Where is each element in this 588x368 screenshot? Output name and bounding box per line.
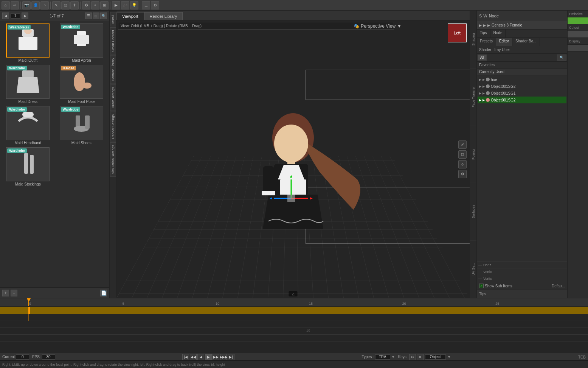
tab-viewport[interactable]: Viewport: [116, 12, 144, 20]
filter-search[interactable]: 🔍: [557, 55, 566, 61]
timeline-tracks[interactable]: 10: [0, 314, 588, 353]
content-library-tab[interactable]: Content Library: [110, 55, 116, 84]
shaping-label[interactable]: Shaping: [470, 11, 476, 68]
tab-node[interactable]: Node: [490, 30, 506, 37]
orbit-info: △: [289, 291, 298, 296]
uv-label[interactable]: UV Se...: [470, 240, 476, 298]
surfaces-label[interactable]: Surfaces: [470, 183, 476, 240]
search-button[interactable]: 🔍: [100, 12, 107, 19]
timeline-highlight-track[interactable]: [0, 307, 588, 314]
list-item[interactable]: Wardrobe Maid Stockings: [2, 147, 54, 186]
simulation-settings-tab[interactable]: Simulation Settings: [110, 142, 116, 177]
list-item[interactable]: Wearable(s) Maid lOutfit: [2, 23, 54, 62]
keys-label: Keys:: [398, 355, 408, 359]
tab-shader-ba[interactable]: Shader Ba...: [512, 38, 540, 46]
item-thumbnail[interactable]: Wardrobe: [6, 147, 50, 181]
tab-presets[interactable]: Presets: [477, 38, 496, 46]
navigate-button[interactable]: ⊹: [458, 160, 467, 168]
filter-all[interactable]: All: [478, 55, 487, 61]
item-thumbnail[interactable]: H.Pose: [60, 65, 103, 99]
render-settings-tab[interactable]: Render Settings: [110, 112, 116, 142]
jump-start-button[interactable]: |◀: [182, 354, 189, 360]
export-button[interactable]: 📄: [100, 290, 107, 296]
types-dropdown[interactable]: ▼: [391, 355, 395, 359]
keys-dropdown[interactable]: ▼: [447, 355, 451, 359]
shader-item-obj1sg1[interactable]: ▶ ▶ Object001SG1: [478, 90, 566, 97]
list-view-button[interactable]: ☰: [85, 12, 92, 19]
toolbar-icon-move[interactable]: ✛: [70, 1, 79, 9]
current-frame-input[interactable]: [16, 354, 29, 360]
face-transfer-label[interactable]: Face Transfer: [470, 68, 476, 126]
prev-frame-button[interactable]: ◀◀: [190, 354, 197, 360]
toolbar-icon-undo[interactable]: ↩: [11, 1, 19, 9]
keys-button1[interactable]: ⊘: [409, 354, 416, 360]
emissive-color-swatch[interactable]: [568, 17, 588, 24]
next-frame-button[interactable]: ▶▶▶: [220, 354, 227, 360]
fps-input[interactable]: [42, 354, 55, 360]
currently-used-label[interactable]: Currently Used: [477, 69, 567, 75]
toolbar-icon-cursor[interactable]: ↖: [52, 1, 61, 9]
grid-view-button[interactable]: ⊞: [93, 12, 99, 19]
toolbar-icon-light[interactable]: 💡: [130, 1, 138, 9]
jump-end-button[interactable]: ▶|: [228, 354, 234, 360]
show-sub-items-checkbox[interactable]: ✓ Show Sub Items: [479, 284, 512, 288]
list-item[interactable]: Wardrobe Maid Shoes: [56, 106, 107, 145]
viewport-canvas[interactable]: View: Orbit (LMB + Drag) | Rotate (RMB +…: [116, 20, 470, 298]
item-thumbnail[interactable]: Wardrobe: [6, 106, 50, 140]
toolbar-icon-settings2[interactable]: ⚙: [151, 1, 159, 9]
shader-item-hue[interactable]: ▶ ▶ hue: [478, 76, 566, 83]
list-item[interactable]: Wardrobe Maid Dress: [2, 65, 54, 104]
keys-object-input[interactable]: [425, 354, 446, 360]
add-item-button[interactable]: +: [2, 290, 9, 296]
item-thumbnail[interactable]: Wardrobe: [60, 23, 103, 58]
list-item[interactable]: Wardrobe Maid Headband: [2, 106, 54, 145]
toolbar-icon-wand[interactable]: ⌖: [91, 1, 99, 9]
settings-button[interactable]: ⚙: [458, 170, 467, 178]
tips-button-bottom[interactable]: Tips: [477, 290, 567, 298]
item-thumbnail[interactable]: Wearable(s): [6, 23, 50, 58]
view-cube[interactable]: Left: [448, 23, 467, 42]
tab-tips[interactable]: Tips: [477, 30, 490, 37]
list-item[interactable]: H.Pose Maid Foot Pose: [56, 65, 107, 104]
page-number-input[interactable]: [11, 13, 20, 19]
smart-content-tab[interactable]: Smart Content: [110, 27, 116, 55]
genesis-node-label[interactable]: Genesis 8 Female: [492, 23, 522, 27]
timeline-cursor[interactable]: [28, 298, 29, 306]
play-button[interactable]: ▶: [205, 354, 212, 360]
prev-page-button[interactable]: ◀: [2, 12, 9, 19]
item-thumbnail[interactable]: Wardrobe: [60, 106, 103, 140]
list-item[interactable]: Wardrobe Maid Apron: [56, 23, 107, 62]
draw-settings-tab[interactable]: Draw Settings: [110, 84, 116, 111]
tab-render-library[interactable]: Render Library: [144, 12, 183, 20]
zoom-fit-button[interactable]: ⤢: [458, 140, 467, 149]
shader-item-obj1sg2-selected[interactable]: ▶ ▶ Object001SG2: [478, 97, 566, 103]
step-back-button[interactable]: ◀: [197, 354, 204, 360]
expand-arrow2: ▶: [483, 78, 485, 81]
keys-button2[interactable]: ⊗: [417, 354, 424, 360]
posing-label[interactable]: Posing: [470, 126, 476, 183]
remove-item-button[interactable]: -: [11, 290, 17, 296]
toolbar-icon-figure[interactable]: 👤: [31, 1, 40, 9]
toolbar-icon-sphere[interactable]: ○: [40, 1, 49, 9]
toolbar-icon-camera[interactable]: 📷: [22, 1, 31, 9]
types-input[interactable]: [375, 354, 390, 360]
toolbar-icon-grid[interactable]: ⊞: [100, 1, 109, 9]
cutout-color-swatch[interactable]: [568, 31, 588, 38]
next-page-button[interactable]: ▶: [22, 12, 28, 19]
timeline-ruler[interactable]: 0 5 10 15 20 25: [0, 298, 588, 307]
toolbar-icon-settings[interactable]: ⚙: [82, 1, 90, 9]
install-tab[interactable]: Install: [110, 12, 116, 27]
favorites-label[interactable]: Favorites: [477, 62, 497, 68]
toolbar-icon-camera2[interactable]: 🎥: [121, 1, 129, 9]
view-cube-face[interactable]: Left: [448, 23, 467, 42]
item-thumbnail[interactable]: Wardrobe: [6, 65, 50, 99]
toolbar-icon-home[interactable]: ⌂: [2, 1, 10, 9]
frame-scene-button[interactable]: □: [458, 150, 467, 159]
tab-editor[interactable]: Editor: [496, 38, 512, 46]
perspective-view-selector[interactable]: 🎭 Perspective View ▼: [354, 23, 402, 29]
toolbar-icon-render[interactable]: ☰: [142, 1, 150, 9]
toolbar-icon-circle[interactable]: ◎: [61, 1, 70, 9]
toolbar-icon-play[interactable]: ▶: [112, 1, 120, 9]
step-forward-button[interactable]: ▶▶: [213, 354, 219, 360]
shader-item-obj1sg2[interactable]: ▶ ▶ Object001SG2: [478, 83, 566, 90]
